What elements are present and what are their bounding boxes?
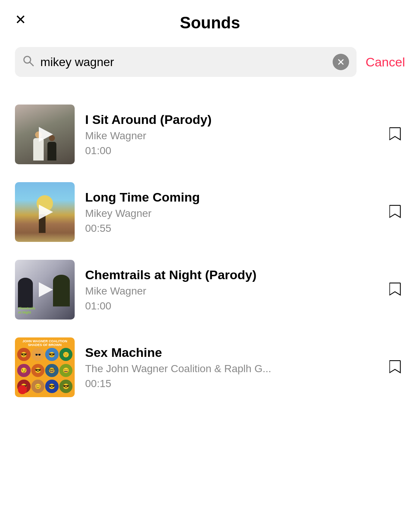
close-button[interactable]: ✕ bbox=[15, 13, 26, 27]
bookmark-button-1[interactable] bbox=[386, 123, 405, 146]
search-input[interactable] bbox=[40, 55, 327, 69]
header: ✕ Sounds bbox=[0, 0, 420, 40]
result-artist-3: Mike Wagner bbox=[85, 285, 375, 297]
result-info-2: Long Time Coming Mikey Wagner 00:55 bbox=[85, 190, 375, 235]
result-title-2: Long Time Coming bbox=[85, 190, 375, 205]
result-info-1: I Sit Around (Parody) Mike Wagner 01:00 bbox=[85, 112, 375, 157]
chem-text: ChemtrailsAt Night bbox=[18, 306, 35, 315]
list-item[interactable]: ChemtrailsAt Night Chemtrails at Night (… bbox=[0, 251, 420, 328]
list-item[interactable]: I Sit Around (Parody) Mike Wagner 01:00 bbox=[0, 96, 420, 173]
result-title-1: I Sit Around (Parody) bbox=[85, 112, 375, 127]
result-info-4: Sex Machine The John Wagner Coalition & … bbox=[85, 345, 375, 390]
bookmark-button-2[interactable] bbox=[386, 201, 405, 223]
result-title-4: Sex Machine bbox=[85, 345, 375, 360]
result-artist-1: Mike Wagner bbox=[85, 130, 375, 142]
bookmark-button-3[interactable] bbox=[386, 278, 405, 301]
result-artist-2: Mikey Wagner bbox=[85, 208, 375, 219]
result-title-3: Chemtrails at Night (Parody) bbox=[85, 267, 375, 283]
search-row: Cancel bbox=[0, 40, 420, 88]
result-duration-2: 00:55 bbox=[85, 222, 375, 234]
cancel-button[interactable]: Cancel bbox=[365, 55, 405, 69]
page-title: Sounds bbox=[180, 13, 240, 32]
jwc-title: JOHN WAGNER COALITIONShades of Brown bbox=[22, 340, 67, 347]
thumbnail-2 bbox=[15, 182, 75, 242]
thumbnail-3: ChemtrailsAt Night bbox=[15, 260, 75, 320]
play-button-3[interactable] bbox=[35, 280, 55, 299]
result-duration-3: 01:00 bbox=[85, 300, 375, 312]
list-item[interactable]: JOHN WAGNER COALITIONShades of Brown 😎 🕶… bbox=[0, 328, 420, 406]
result-artist-4: The John Wagner Coalition & Raplh G... bbox=[85, 363, 375, 375]
svg-line-1 bbox=[30, 62, 33, 66]
list-item[interactable]: Long Time Coming Mikey Wagner 00:55 bbox=[0, 173, 420, 251]
clear-search-button[interactable] bbox=[333, 54, 349, 70]
bookmark-button-4[interactable] bbox=[386, 356, 405, 379]
result-info-3: Chemtrails at Night (Parody) Mike Wagner… bbox=[85, 267, 375, 312]
search-icon bbox=[22, 55, 34, 69]
red-badge bbox=[18, 385, 27, 394]
thumbnail-1 bbox=[15, 105, 75, 164]
search-bar bbox=[15, 47, 357, 77]
result-duration-1: 01:00 bbox=[85, 145, 375, 157]
play-button-2[interactable] bbox=[35, 202, 55, 222]
results-list: I Sit Around (Parody) Mike Wagner 01:00 … bbox=[0, 88, 420, 414]
result-duration-4: 00:15 bbox=[85, 378, 375, 390]
thumbnail-4: JOHN WAGNER COALITIONShades of Brown 😎 🕶… bbox=[15, 337, 75, 397]
play-button-1[interactable] bbox=[35, 125, 55, 144]
